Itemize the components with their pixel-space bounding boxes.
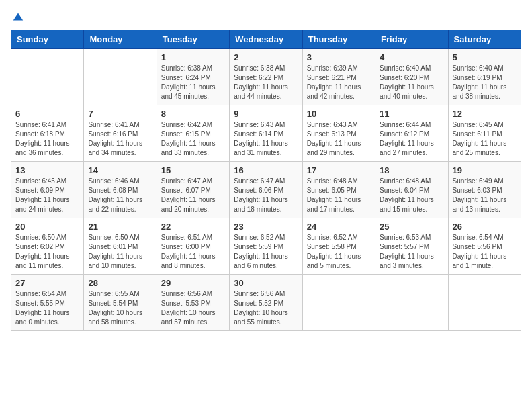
calendar-cell bbox=[375, 275, 448, 331]
day-info: Sunrise: 6:47 AM Sunset: 6:06 PM Dayligh… bbox=[234, 177, 298, 214]
calendar-week-4: 20Sunrise: 6:50 AM Sunset: 6:02 PM Dayli… bbox=[11, 218, 521, 275]
day-info: Sunrise: 6:55 AM Sunset: 5:54 PM Dayligh… bbox=[88, 289, 152, 327]
day-info: Sunrise: 6:41 AM Sunset: 6:16 PM Dayligh… bbox=[88, 120, 152, 158]
day-number: 24 bbox=[307, 222, 371, 232]
day-info: Sunrise: 6:54 AM Sunset: 5:56 PM Dayligh… bbox=[453, 233, 517, 271]
logo bbox=[11, 11, 24, 23]
day-info: Sunrise: 6:44 AM Sunset: 6:12 PM Dayligh… bbox=[380, 120, 443, 158]
calendar-cell: 19Sunrise: 6:49 AM Sunset: 6:03 PM Dayli… bbox=[448, 162, 521, 218]
day-info: Sunrise: 6:53 AM Sunset: 5:57 PM Dayligh… bbox=[380, 233, 443, 271]
day-number: 1 bbox=[161, 52, 225, 62]
day-number: 13 bbox=[15, 165, 79, 175]
calendar-cell: 21Sunrise: 6:50 AM Sunset: 6:01 PM Dayli… bbox=[84, 218, 157, 275]
calendar-cell: 25Sunrise: 6:53 AM Sunset: 5:57 PM Dayli… bbox=[375, 218, 448, 275]
calendar-cell: 8Sunrise: 6:42 AM Sunset: 6:15 PM Daylig… bbox=[157, 105, 229, 162]
calendar-cell bbox=[11, 49, 84, 105]
day-number: 8 bbox=[161, 109, 225, 119]
calendar-cell: 27Sunrise: 6:54 AM Sunset: 5:55 PM Dayli… bbox=[11, 275, 84, 331]
day-info: Sunrise: 6:56 AM Sunset: 5:53 PM Dayligh… bbox=[161, 289, 225, 327]
day-number: 15 bbox=[161, 165, 225, 175]
logo-icon bbox=[12, 11, 24, 23]
weekday-header-sunday: Sunday bbox=[11, 30, 84, 49]
day-info: Sunrise: 6:48 AM Sunset: 6:04 PM Dayligh… bbox=[380, 177, 443, 214]
day-number: 7 bbox=[88, 109, 152, 119]
calendar-cell: 13Sunrise: 6:45 AM Sunset: 6:09 PM Dayli… bbox=[11, 162, 84, 218]
day-number: 12 bbox=[453, 109, 517, 119]
day-number: 4 bbox=[380, 52, 443, 62]
calendar-table: SundayMondayTuesdayWednesdayThursdayFrid… bbox=[11, 30, 521, 331]
day-number: 28 bbox=[88, 278, 152, 288]
weekday-header-monday: Monday bbox=[84, 30, 157, 49]
day-info: Sunrise: 6:47 AM Sunset: 6:07 PM Dayligh… bbox=[161, 177, 225, 214]
calendar-cell: 18Sunrise: 6:48 AM Sunset: 6:04 PM Dayli… bbox=[375, 162, 448, 218]
calendar-cell: 2Sunrise: 6:38 AM Sunset: 6:22 PM Daylig… bbox=[230, 49, 302, 105]
day-number: 16 bbox=[234, 165, 298, 175]
calendar-cell: 20Sunrise: 6:50 AM Sunset: 6:02 PM Dayli… bbox=[11, 218, 84, 275]
weekday-header-tuesday: Tuesday bbox=[157, 30, 229, 49]
day-info: Sunrise: 6:51 AM Sunset: 6:00 PM Dayligh… bbox=[161, 233, 225, 271]
calendar-cell: 3Sunrise: 6:39 AM Sunset: 6:21 PM Daylig… bbox=[302, 49, 375, 105]
weekday-header-wednesday: Wednesday bbox=[230, 30, 302, 49]
day-info: Sunrise: 6:50 AM Sunset: 6:02 PM Dayligh… bbox=[15, 233, 79, 271]
day-number: 22 bbox=[161, 222, 225, 232]
calendar-cell: 11Sunrise: 6:44 AM Sunset: 6:12 PM Dayli… bbox=[375, 105, 448, 162]
day-number: 25 bbox=[380, 222, 443, 232]
day-number: 18 bbox=[380, 165, 443, 175]
calendar-cell: 7Sunrise: 6:41 AM Sunset: 6:16 PM Daylig… bbox=[84, 105, 157, 162]
calendar-cell: 1Sunrise: 6:38 AM Sunset: 6:24 PM Daylig… bbox=[157, 49, 229, 105]
day-number: 19 bbox=[453, 165, 517, 175]
svg-marker-0 bbox=[13, 13, 23, 21]
calendar-week-1: 1Sunrise: 6:38 AM Sunset: 6:24 PM Daylig… bbox=[11, 49, 521, 105]
day-number: 29 bbox=[161, 278, 225, 288]
calendar-cell: 10Sunrise: 6:43 AM Sunset: 6:13 PM Dayli… bbox=[302, 105, 375, 162]
calendar-cell: 4Sunrise: 6:40 AM Sunset: 6:20 PM Daylig… bbox=[375, 49, 448, 105]
calendar-cell bbox=[84, 49, 157, 105]
calendar-week-5: 27Sunrise: 6:54 AM Sunset: 5:55 PM Dayli… bbox=[11, 275, 521, 331]
calendar-cell: 9Sunrise: 6:43 AM Sunset: 6:14 PM Daylig… bbox=[230, 105, 302, 162]
day-number: 17 bbox=[307, 165, 371, 175]
day-number: 27 bbox=[15, 278, 79, 288]
calendar-cell: 24Sunrise: 6:52 AM Sunset: 5:58 PM Dayli… bbox=[302, 218, 375, 275]
calendar-week-2: 6Sunrise: 6:41 AM Sunset: 6:18 PM Daylig… bbox=[11, 105, 521, 162]
calendar-cell: 6Sunrise: 6:41 AM Sunset: 6:18 PM Daylig… bbox=[11, 105, 84, 162]
day-number: 9 bbox=[234, 109, 298, 119]
day-info: Sunrise: 6:39 AM Sunset: 6:21 PM Dayligh… bbox=[307, 64, 371, 101]
day-info: Sunrise: 6:52 AM Sunset: 5:59 PM Dayligh… bbox=[234, 233, 298, 271]
day-info: Sunrise: 6:48 AM Sunset: 6:05 PM Dayligh… bbox=[307, 177, 371, 214]
day-info: Sunrise: 6:46 AM Sunset: 6:08 PM Dayligh… bbox=[88, 177, 152, 214]
day-info: Sunrise: 6:49 AM Sunset: 6:03 PM Dayligh… bbox=[453, 177, 517, 214]
calendar-cell: 29Sunrise: 6:56 AM Sunset: 5:53 PM Dayli… bbox=[157, 275, 229, 331]
weekday-header-friday: Friday bbox=[375, 30, 448, 49]
day-number: 11 bbox=[380, 109, 443, 119]
calendar-cell: 22Sunrise: 6:51 AM Sunset: 6:00 PM Dayli… bbox=[157, 218, 229, 275]
day-number: 21 bbox=[88, 222, 152, 232]
day-number: 26 bbox=[453, 222, 517, 232]
calendar-cell bbox=[302, 275, 375, 331]
day-number: 23 bbox=[234, 222, 298, 232]
day-number: 6 bbox=[15, 109, 79, 119]
day-info: Sunrise: 6:45 AM Sunset: 6:11 PM Dayligh… bbox=[453, 120, 517, 158]
day-info: Sunrise: 6:38 AM Sunset: 6:22 PM Dayligh… bbox=[234, 64, 298, 101]
day-number: 5 bbox=[453, 52, 517, 62]
day-number: 2 bbox=[234, 52, 298, 62]
calendar-cell: 23Sunrise: 6:52 AM Sunset: 5:59 PM Dayli… bbox=[230, 218, 302, 275]
weekday-header-thursday: Thursday bbox=[302, 30, 375, 49]
day-number: 14 bbox=[88, 165, 152, 175]
calendar-cell: 16Sunrise: 6:47 AM Sunset: 6:06 PM Dayli… bbox=[230, 162, 302, 218]
calendar-cell: 14Sunrise: 6:46 AM Sunset: 6:08 PM Dayli… bbox=[84, 162, 157, 218]
day-number: 10 bbox=[307, 109, 371, 119]
day-info: Sunrise: 6:41 AM Sunset: 6:18 PM Dayligh… bbox=[15, 120, 79, 158]
day-info: Sunrise: 6:45 AM Sunset: 6:09 PM Dayligh… bbox=[15, 177, 79, 214]
calendar-cell: 12Sunrise: 6:45 AM Sunset: 6:11 PM Dayli… bbox=[448, 105, 521, 162]
page-header bbox=[11, 11, 521, 23]
weekday-header-saturday: Saturday bbox=[448, 30, 521, 49]
calendar-cell: 26Sunrise: 6:54 AM Sunset: 5:56 PM Dayli… bbox=[448, 218, 521, 275]
calendar-cell: 15Sunrise: 6:47 AM Sunset: 6:07 PM Dayli… bbox=[157, 162, 229, 218]
calendar-cell: 5Sunrise: 6:40 AM Sunset: 6:19 PM Daylig… bbox=[448, 49, 521, 105]
day-number: 20 bbox=[15, 222, 79, 232]
calendar-header-row: SundayMondayTuesdayWednesdayThursdayFrid… bbox=[11, 30, 521, 49]
calendar-cell: 17Sunrise: 6:48 AM Sunset: 6:05 PM Dayli… bbox=[302, 162, 375, 218]
day-number: 30 bbox=[234, 278, 298, 288]
day-info: Sunrise: 6:40 AM Sunset: 6:19 PM Dayligh… bbox=[453, 64, 517, 101]
day-info: Sunrise: 6:40 AM Sunset: 6:20 PM Dayligh… bbox=[380, 64, 443, 101]
